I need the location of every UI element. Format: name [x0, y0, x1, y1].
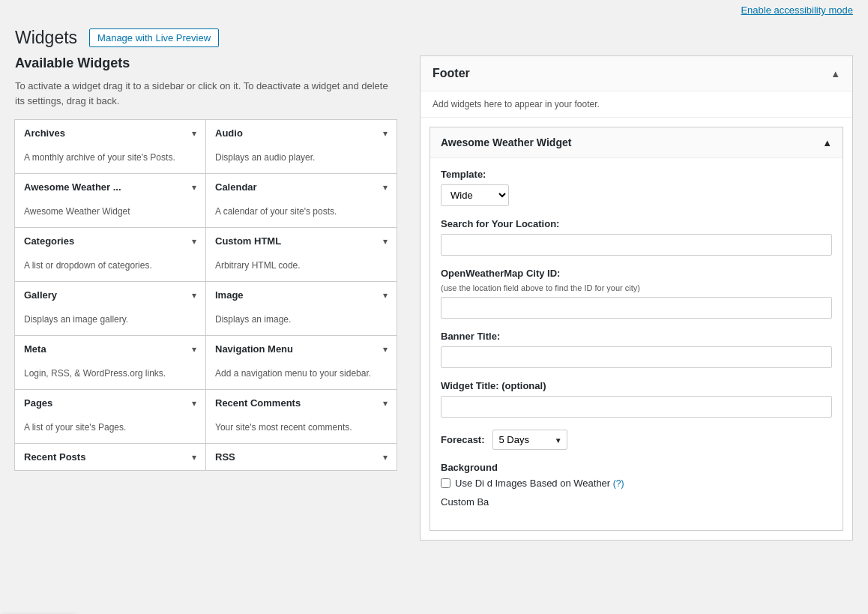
widget-header-image[interactable]: Image ▾	[206, 282, 397, 308]
widget-chevron-recent-posts: ▾	[192, 452, 196, 463]
widget-header-archives[interactable]: Archives ▾	[15, 120, 205, 146]
widget-desc-archives: A monthly archive of your site's Posts.	[15, 146, 205, 173]
widget-header-recent-comments[interactable]: Recent Comments ▾	[206, 390, 397, 416]
city-id-input[interactable]	[441, 297, 832, 319]
accessibility-link[interactable]: Enable accessibility mode	[741, 4, 853, 16]
widget-desc-navigation-menu: Add a navigation menu to your sidebar.	[206, 362, 397, 389]
widget-label-recent-comments: Recent Comments	[215, 397, 301, 409]
widget-chevron-recent-comments: ▾	[383, 398, 388, 409]
use-dynamic-images-checkbox[interactable]	[441, 478, 450, 488]
widget-header-categories[interactable]: Categories ▾	[15, 228, 205, 254]
template-label: Template:	[441, 169, 832, 180]
widget-desc-meta: Login, RSS, & WordPress.org links.	[15, 362, 205, 389]
widget-label-recent-posts: Recent Posts	[24, 451, 85, 463]
widget-item-rss: RSS ▾	[205, 443, 397, 471]
available-widgets-description: To activate a widget drag it to a sideba…	[15, 79, 397, 108]
weather-widget-box: Awesome Weather Widget ▲ Template: Wide …	[430, 127, 843, 531]
widget-header-audio[interactable]: Audio ▾	[206, 120, 397, 146]
widget-header-rss[interactable]: RSS ▾	[206, 444, 397, 470]
custom-background-row: Custom Ba	[441, 496, 832, 508]
widget-chevron-rss: ▾	[383, 452, 388, 463]
widget-desc-calendar: A calendar of your site's posts.	[206, 200, 397, 227]
forecast-select-wrapper: 5 Days 10 Days 15 Days ▼	[492, 430, 567, 450]
widget-chevron-navigation-menu: ▾	[383, 344, 388, 355]
widget-item-gallery: Gallery ▾ Displays an image gallery.	[14, 281, 206, 336]
widget-header-navigation-menu[interactable]: Navigation Menu ▾	[206, 336, 397, 362]
widget-label-audio: Audio	[215, 127, 243, 139]
widget-item-pages: Pages ▾ A list of your site's Pages.	[14, 389, 206, 444]
widget-label-image: Image	[215, 289, 244, 301]
forecast-select[interactable]: 5 Days 10 Days 15 Days	[492, 430, 567, 450]
available-widgets-panel: Available Widgets To activate a widget d…	[15, 55, 397, 541]
widget-item-archives: Archives ▾ A monthly archive of your sit…	[14, 119, 206, 174]
widget-chevron-archives: ▾	[192, 128, 196, 139]
widgets-grid: Archives ▾ A monthly archive of your sit…	[15, 120, 397, 471]
widget-label-calendar: Calendar	[215, 181, 257, 193]
widget-label-meta: Meta	[24, 343, 46, 355]
widget-chevron-gallery: ▾	[192, 290, 196, 301]
widget-desc-recent-comments: Your site's most recent comments.	[206, 416, 397, 443]
widget-chevron-image: ▾	[383, 290, 388, 301]
widget-label-categories: Categories	[24, 235, 74, 247]
widget-chevron-custom-html: ▾	[383, 236, 388, 247]
widget-item-awesome-weather: Awesome Weather ... ▾ Awesome Weather Wi…	[14, 173, 206, 228]
footer-description: Add widgets here to appear in your foote…	[421, 91, 852, 118]
widget-chevron-meta: ▾	[192, 344, 196, 355]
widget-desc-custom-html: Arbitrary HTML code.	[206, 254, 397, 281]
city-id-label: OpenWeatherMap City ID:	[441, 268, 832, 279]
weather-widget-header: Awesome Weather Widget ▲	[430, 127, 843, 158]
search-location-label: Search for Your Location:	[441, 218, 832, 229]
widget-header-pages[interactable]: Pages ▾	[15, 390, 205, 416]
widget-item-recent-posts: Recent Posts ▾	[14, 443, 206, 471]
widget-item-meta: Meta ▾ Login, RSS, & WordPress.org links…	[14, 335, 206, 390]
forecast-group: Forecast: 5 Days 10 Days 15 Days ▼	[441, 430, 832, 450]
widget-chevron-audio: ▾	[383, 128, 388, 139]
widget-header-awesome-weather[interactable]: Awesome Weather ... ▾	[15, 174, 205, 200]
footer-title: Footer	[433, 67, 470, 80]
widget-item-categories: Categories ▾ A list or dropdown of categ…	[14, 227, 206, 282]
background-group: Background Use Di d Images Based on Weat…	[441, 462, 832, 508]
widget-item-image: Image ▾ Displays an image.	[205, 281, 397, 336]
footer-collapse-icon[interactable]: ▲	[831, 68, 840, 79]
right-panel: Footer ▲ Add widgets here to appear in y…	[420, 55, 853, 541]
widget-item-calendar: Calendar ▾ A calendar of your site's pos…	[205, 173, 397, 228]
widget-item-custom-html: Custom HTML ▾ Arbitrary HTML code.	[205, 227, 397, 282]
widget-label-archives: Archives	[24, 127, 65, 139]
widget-desc-gallery: Displays an image gallery.	[15, 308, 205, 335]
search-location-group: Search for Your Location:	[441, 218, 832, 256]
widget-item-audio: Audio ▾ Displays an audio player.	[205, 119, 397, 174]
template-select[interactable]: Wide Compact Minimal	[441, 184, 509, 206]
widget-header-custom-html[interactable]: Custom HTML ▾	[206, 228, 397, 254]
widget-chevron-calendar: ▾	[383, 182, 388, 193]
widget-title-label: Widget Title: (optional)	[441, 380, 832, 391]
manage-live-preview-button[interactable]: Manage with Live Preview	[89, 28, 219, 47]
widget-chevron-pages: ▾	[192, 398, 196, 409]
widget-item-recent-comments: Recent Comments ▾ Your site's most recen…	[205, 389, 397, 444]
widget-label-awesome-weather: Awesome Weather ...	[24, 181, 121, 193]
widget-desc-pages: A list of your site's Pages.	[15, 416, 205, 443]
banner-title-group: Banner Title:	[441, 331, 832, 368]
widget-header-meta[interactable]: Meta ▾	[15, 336, 205, 362]
widget-desc-categories: A list or dropdown of categories.	[15, 254, 205, 281]
widget-header-recent-posts[interactable]: Recent Posts ▾	[15, 444, 205, 470]
widget-item-navigation-menu: Navigation Menu ▾ Add a navigation menu …	[205, 335, 397, 390]
widget-label-pages: Pages	[24, 397, 52, 409]
banner-title-label: Banner Title:	[441, 331, 832, 342]
widget-label-gallery: Gallery	[24, 289, 57, 301]
background-label: Background	[441, 462, 832, 473]
footer-box: Footer ▲ Add widgets here to appear in y…	[420, 55, 853, 541]
banner-title-input[interactable]	[441, 346, 832, 368]
forecast-label: Forecast:	[441, 434, 485, 445]
widget-title-input[interactable]	[441, 396, 832, 418]
widget-header-calendar[interactable]: Calendar ▾	[206, 174, 397, 200]
dynamic-images-hint-link[interactable]: (?)	[613, 478, 624, 489]
dynamic-images-row: Use Di d Images Based on Weather (?)	[441, 478, 832, 489]
search-location-input[interactable]	[441, 234, 832, 256]
weather-widget-collapse-icon[interactable]: ▲	[822, 137, 832, 148]
widget-title-group: Widget Title: (optional)	[441, 380, 832, 418]
widget-chevron-awesome-weather: ▾	[192, 182, 196, 193]
city-id-sublabel: (use the location field above to find th…	[441, 283, 832, 292]
use-dynamic-images-label: Use Di d Images Based on Weather (?)	[455, 478, 624, 489]
widget-header-gallery[interactable]: Gallery ▾	[15, 282, 205, 308]
widget-label-custom-html: Custom HTML	[215, 235, 281, 247]
